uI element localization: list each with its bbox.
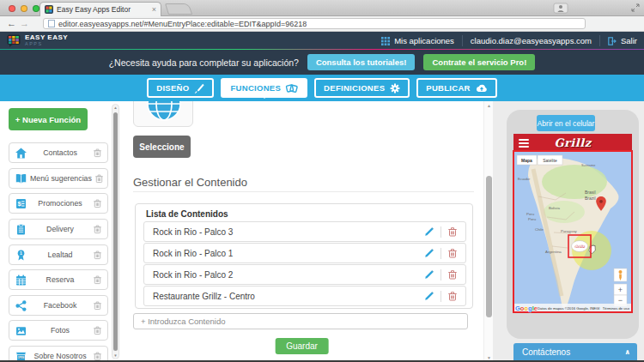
map-label: Brasil — [585, 190, 596, 195]
calendar-icon — [15, 274, 27, 287]
globe-icon — [134, 101, 193, 127]
map-label: Ecuador — [518, 178, 531, 181]
scroll-up-icon[interactable]: ▲ — [112, 106, 118, 110]
tutorials-button[interactable]: Consulta los tutoriales! — [307, 54, 416, 70]
close-tab-icon[interactable]: × — [152, 5, 156, 14]
photo-icon — [15, 324, 27, 337]
easyeasy-logo-icon — [7, 34, 21, 47]
price-list-icon: $ — [15, 197, 27, 210]
delete-icon[interactable] — [93, 300, 102, 311]
zoom-window-icon[interactable] — [33, 5, 39, 12]
sidebar-item-promociones[interactable]: $ Promociones — [9, 193, 108, 214]
delete-icon[interactable] — [93, 250, 102, 260]
edit-pencil-icon[interactable] — [424, 269, 434, 280]
contact-accordion-bar[interactable]: Contáctenos ∧ — [513, 343, 637, 360]
logout-link[interactable]: Salir — [608, 36, 637, 45]
content-row: Rock in Rio - Palco 3 — [143, 221, 466, 242]
content-row-label: Restaurante Grillz - Centro — [144, 292, 424, 301]
my-apps-link[interactable]: Mis aplicaciones — [381, 36, 454, 45]
google-logo: Google — [515, 305, 538, 312]
pegman-button[interactable] — [614, 268, 627, 281]
new-tab-button[interactable] — [165, 3, 192, 15]
help-bar: ¿Necesita ayuda para completar su aplica… — [0, 50, 644, 75]
map-label: Argentina — [545, 250, 562, 254]
delete-icon[interactable] — [93, 275, 102, 285]
app-window: Easy Easy Apps Editor × ← → editor.easye… — [0, 0, 644, 362]
svg-text:OPEN: OPEN — [18, 355, 24, 359]
add-content-input[interactable] — [134, 317, 467, 326]
edit-pencil-icon[interactable] — [424, 248, 434, 258]
sidebar-item-menu-sugerencias[interactable]: Menú sugerencias — [9, 168, 108, 189]
share-icon — [15, 299, 27, 312]
user-email[interactable]: claudio.diaz@easyeasyapps.com — [471, 36, 592, 45]
tab-funciones-label: FUNCIONES — [230, 83, 281, 93]
tab-funciones[interactable]: FUNCIONES — [221, 78, 307, 98]
edit-pencil-icon[interactable] — [424, 291, 434, 301]
add-content-row — [133, 313, 468, 329]
map-label: Bolivia — [549, 206, 560, 210]
tags-icon — [286, 83, 298, 94]
content-list-panel: Lista de Contenidos Rock in Rio - Palco … — [135, 203, 473, 309]
delete-icon[interactable] — [447, 226, 458, 237]
app-header: Grillz — [513, 134, 632, 152]
delete-icon[interactable] — [447, 269, 458, 280]
tab-diseno[interactable]: DISEÑO — [147, 78, 214, 98]
delete-icon[interactable] — [447, 248, 458, 258]
forward-icon[interactable]: → — [20, 18, 29, 29]
divider — [462, 35, 463, 46]
sidebar-item-lealtad[interactable]: 1 Lealtad — [9, 244, 108, 265]
scroll-down-icon[interactable]: ▼ — [112, 353, 118, 358]
sidebar-item-delivery[interactable]: Delivery — [9, 219, 108, 239]
divider — [440, 269, 441, 281]
browser-tab[interactable]: Easy Easy Apps Editor × — [39, 2, 161, 16]
browser-toolbar: ← → editor.easyeasyapps.net/#MenuEntryPl… — [0, 16, 644, 32]
sidebar-item-label: Reserva — [30, 275, 90, 284]
content-row-label: Rock in Rio - Palco 1 — [144, 249, 424, 258]
select-button[interactable]: Seleccione — [133, 136, 191, 158]
back-icon[interactable]: ← — [7, 18, 16, 29]
function-icon-card[interactable] — [133, 101, 193, 127]
chevron-up-icon: ∧ — [625, 348, 638, 356]
brand-name: EASY EASY — [25, 34, 68, 41]
tab-definiciones[interactable]: DEFINICIONES — [314, 78, 410, 98]
zoom-out-label: − — [618, 296, 623, 305]
book-icon — [15, 172, 27, 185]
sidebar-item-label: Delivery — [30, 225, 90, 233]
tab-publicar[interactable]: PUBLICAR — [416, 78, 496, 98]
open-on-phone-button[interactable]: Abrir en el celular — [537, 115, 595, 131]
sidebar-item-fotos[interactable]: Fotos — [9, 320, 108, 341]
scrollbar-thumb[interactable] — [486, 176, 492, 317]
sidebar-scrollbar[interactable]: ▲ ▼ — [112, 104, 119, 359]
pro-service-button[interactable]: Contrate el servicio Pro! — [423, 54, 535, 70]
divider — [440, 291, 441, 302]
delete-icon[interactable] — [93, 224, 102, 234]
marker-label: Grillz — [574, 244, 586, 249]
delete-icon[interactable] — [447, 291, 458, 301]
map-type-button[interactable]: Mapa — [517, 155, 537, 165]
google-map[interactable]: Suriname Ecuador Peru Peru Brasil Brazil… — [514, 152, 631, 311]
edit-pencil-icon[interactable] — [424, 226, 434, 237]
delete-icon[interactable] — [94, 173, 104, 184]
content-scrollbar[interactable]: ▲ ▼ — [483, 101, 493, 362]
save-button[interactable]: Guardar — [275, 338, 329, 354]
profile-icon[interactable] — [554, 3, 568, 13]
close-window-icon[interactable] — [9, 5, 15, 12]
satellite-type-button[interactable]: Satélite — [538, 155, 562, 165]
address-bar[interactable]: editor.easyeasyapps.net/#MenuEntryPlace:… — [43, 18, 586, 29]
delete-icon[interactable] — [93, 198, 102, 208]
resize-icon[interactable] — [631, 3, 640, 12]
favicon-icon — [45, 5, 53, 14]
map-selection-outline[interactable]: Suriname Ecuador Peru Peru Brasil Brazil… — [513, 150, 633, 313]
map-terms-link[interactable]: Términos de uso — [603, 306, 630, 311]
delete-icon[interactable] — [93, 148, 102, 158]
new-function-button[interactable]: + Nueva Función — [9, 108, 88, 130]
sidebar-item-contactos[interactable]: Contactos — [9, 142, 108, 163]
scrollbar-thumb[interactable] — [113, 112, 118, 351]
minimize-window-icon[interactable] — [21, 5, 27, 12]
sidebar-item-facebook[interactable]: Facebook — [9, 295, 108, 316]
zoom-in-button[interactable]: + — [614, 284, 627, 295]
sidebar-item-reserva[interactable]: Reserva — [9, 269, 108, 290]
satellite-type-label: Satélite — [543, 158, 557, 163]
help-question: ¿Necesita ayuda para completar su aplica… — [109, 57, 299, 68]
delete-icon[interactable] — [93, 325, 102, 335]
